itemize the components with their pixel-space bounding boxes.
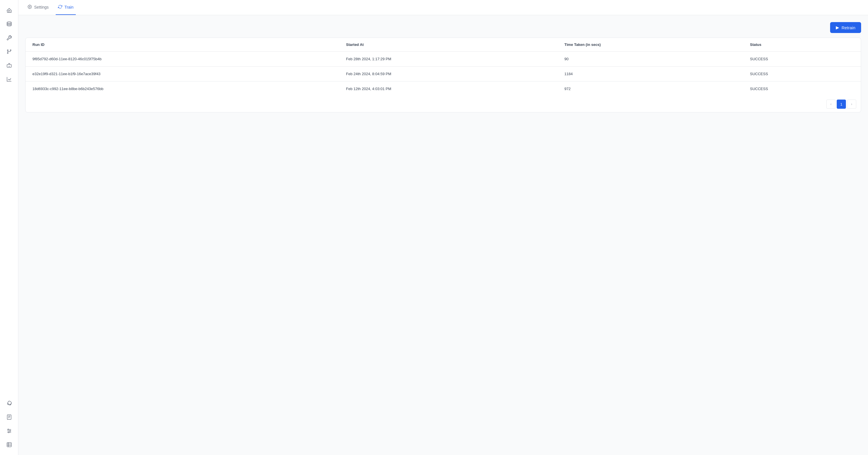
table-container: Run ID Started At Time Taken (in secs) S…	[26, 38, 861, 96]
cell-time-taken: 972	[557, 82, 743, 96]
table-header-row: Run ID Started At Time Taken (in secs) S…	[26, 38, 861, 52]
tools-icon[interactable]	[3, 32, 15, 43]
cell-status: SUCCESS	[743, 82, 861, 96]
next-page-button[interactable]: ›	[847, 100, 856, 109]
chart-icon[interactable]	[3, 73, 15, 85]
branch-icon[interactable]	[3, 46, 15, 57]
table-row: 18d6933c-c992-11ee-b8be-b6b243e576bbFeb …	[26, 82, 861, 96]
retrain-label: Retrain	[842, 25, 856, 30]
tabs-bar: Settings Train	[19, 0, 868, 15]
cell-run-id: 18d6933c-c992-11ee-b8be-b6b243e576bb	[26, 82, 339, 96]
tab-settings[interactable]: Settings	[25, 0, 51, 15]
col-time-taken: Time Taken (in secs)	[557, 38, 743, 52]
settings-tab-label: Settings	[34, 5, 49, 9]
cell-started-at: Feb 28th 2024, 1:17:29 PM	[339, 52, 558, 67]
svg-point-7	[9, 430, 10, 431]
train-tab-label: Train	[65, 5, 73, 9]
col-run-id: Run ID	[26, 38, 339, 52]
svg-point-0	[7, 22, 11, 23]
retrain-button[interactable]: ▶ Retrain	[830, 22, 861, 33]
sidebar	[0, 0, 19, 455]
retrain-play-icon: ▶	[836, 25, 839, 30]
document-icon[interactable]	[3, 412, 15, 423]
settings-sliders-icon[interactable]	[3, 425, 15, 436]
cell-time-taken: 1184	[557, 67, 743, 82]
settings-tab-icon	[28, 5, 32, 10]
tab-train[interactable]: Train	[56, 0, 76, 15]
cell-status: SUCCESS	[743, 52, 861, 67]
svg-point-10	[29, 6, 30, 7]
training-runs-table: Run ID Started At Time Taken (in secs) S…	[26, 38, 861, 96]
cell-status: SUCCESS	[743, 67, 861, 82]
train-tab-icon	[58, 5, 62, 10]
cell-run-id: 9f85d792-d60d-11ee-8120-46c015f75b4b	[26, 52, 339, 67]
table-row: 9f85d792-d60d-11ee-8120-46c015f75b4bFeb …	[26, 52, 861, 67]
cell-run-id: e32e19f9-d321-11ee-b1f9-16e7ace39f43	[26, 67, 339, 82]
svg-point-2	[7, 53, 8, 53]
col-status: Status	[743, 38, 861, 52]
svg-point-3	[10, 50, 11, 51]
svg-point-1	[7, 50, 8, 51]
svg-rect-5	[7, 415, 11, 420]
cell-started-at: Feb 24th 2024, 8:04:59 PM	[339, 67, 558, 82]
cell-time-taken: 90	[557, 52, 743, 67]
content-area: ▶ Retrain Run ID Started At Time Taken (…	[19, 15, 868, 455]
rocket-icon[interactable]	[3, 398, 15, 409]
pagination: ‹ 1 ›	[26, 96, 861, 112]
training-runs-card: Run ID Started At Time Taken (in secs) S…	[25, 38, 861, 112]
page-1-button[interactable]: 1	[837, 100, 846, 109]
main-content: Settings Train ▶ Retrain	[19, 0, 868, 455]
cell-started-at: Feb 12th 2024, 4:03:01 PM	[339, 82, 558, 96]
svg-rect-9	[7, 443, 11, 447]
svg-rect-4	[7, 65, 11, 67]
col-started-at: Started At	[339, 38, 558, 52]
table-row: e32e19f9-d321-11ee-b1f9-16e7ace39f43Feb …	[26, 67, 861, 82]
svg-point-8	[8, 432, 9, 433]
svg-point-6	[8, 429, 9, 430]
table-bottom-icon[interactable]	[3, 439, 15, 450]
database-icon[interactable]	[3, 19, 15, 30]
bot-icon[interactable]	[3, 60, 15, 71]
prev-page-button[interactable]: ‹	[826, 100, 836, 109]
home-icon[interactable]	[3, 5, 15, 16]
